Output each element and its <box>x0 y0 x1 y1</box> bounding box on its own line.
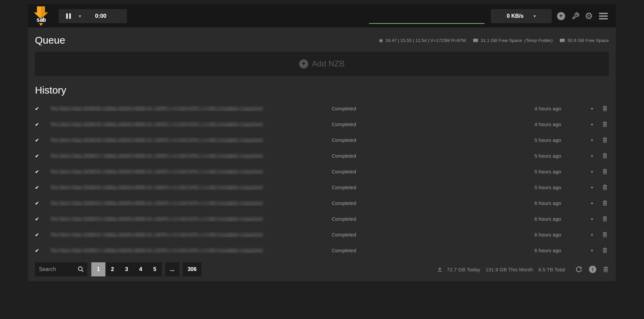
check-icon: ✔ <box>35 232 50 238</box>
history-item-name: The.Next.Step.S05E21.1080p.AMZN.WEB-DL.D… <box>50 248 332 253</box>
queue-stats: ◉ 16.47 | 15.55 | 12.54 | V=1723M R=97M … <box>379 38 609 43</box>
alert-icon[interactable]: ! <box>589 266 596 273</box>
check-icon: ✔ <box>35 106 50 112</box>
gear-icon[interactable]: ⚙ <box>585 11 593 20</box>
menu-icon[interactable] <box>599 13 608 19</box>
main-panel: Queue ◉ 16.47 | 15.55 | 12.54 | V=1723M … <box>28 28 616 281</box>
history-row[interactable]: ✔ The.Next.Step.S05E25.1080p.AMZN.WEB-DL… <box>28 179 616 195</box>
history-row[interactable]: ✔ The.Next.Step.S05E29.1080p.AMZN.WEB-DL… <box>28 116 616 132</box>
search-box[interactable] <box>35 262 87 276</box>
history-row[interactable]: ✔ The.Next.Step.S05E30.1080p.AMZN.WEB-DL… <box>28 101 616 116</box>
month-total: 131.9 GB This Month <box>486 267 533 272</box>
plus-circle-icon: + <box>299 59 308 68</box>
trash-icon[interactable] <box>601 247 609 254</box>
sab-logo-arrow-tip <box>39 23 43 26</box>
speed-caret-icon: ▾ <box>534 14 536 18</box>
age-label: 4 hours ago <box>514 106 561 111</box>
trash-icon[interactable] <box>601 200 609 206</box>
temp-folder-label: (Temp Folder) <box>524 38 553 43</box>
page-button[interactable]: 1 <box>91 262 105 276</box>
add-nzb-circle-icon[interactable]: + <box>557 12 565 20</box>
check-icon: ✔ <box>35 184 50 191</box>
check-icon: ✔ <box>35 248 50 254</box>
page-button[interactable]: 3 <box>120 262 134 276</box>
sabnzbd-logo[interactable]: sab <box>32 6 50 28</box>
trash-icon[interactable] <box>601 153 609 159</box>
wrench-icon[interactable] <box>572 12 580 20</box>
search-icon[interactable] <box>77 266 84 274</box>
trash-icon[interactable] <box>601 105 609 112</box>
history-row[interactable]: ✔ The.Next.Step.S05E23.1080p.AMZN.WEB-DL… <box>28 211 616 227</box>
check-icon: ✔ <box>35 153 50 159</box>
queue-header: Queue ◉ 16.47 | 15.55 | 12.54 | V=1723M … <box>28 28 616 48</box>
refresh-icon[interactable] <box>575 266 583 273</box>
row-expand-caret-icon[interactable]: ▾ <box>588 185 596 190</box>
history-item-name: The.Next.Step.S05E25.1080p.AMZN.WEB-DL.D… <box>50 184 332 190</box>
history-item-name: The.Next.Step.S05E30.1080p.AMZN.WEB-DL.D… <box>50 106 332 111</box>
page-button-last[interactable]: 306 <box>183 262 201 276</box>
trash-icon[interactable] <box>601 168 609 175</box>
history-title: History <box>35 85 609 96</box>
history-item-name: The.Next.Step.S05E24.1080p.AMZN.WEB-DL.D… <box>50 200 332 206</box>
history-row[interactable]: ✔ The.Next.Step.S05E28.1080p.AMZN.WEB-DL… <box>28 132 616 148</box>
history-item-name: The.Next.Step.S05E29.1080p.AMZN.WEB-DL.D… <box>50 121 332 127</box>
check-icon: ✔ <box>35 216 50 222</box>
status-label: Completed <box>332 153 514 159</box>
history-row[interactable]: ✔ The.Next.Step.S05E27.1080p.AMZN.WEB-DL… <box>28 148 616 164</box>
history-row[interactable]: ✔ The.Next.Step.S05E22.1080p.AMZN.WEB-DL… <box>28 227 616 243</box>
add-nzb-dropzone[interactable]: + Add NZB <box>35 52 609 76</box>
age-label: 6 hours ago <box>514 200 561 206</box>
row-expand-caret-icon[interactable]: ▾ <box>588 154 596 158</box>
history-row[interactable]: ✔ The.Next.Step.S05E26.1080p.AMZN.WEB-DL… <box>28 164 616 179</box>
row-expand-caret-icon[interactable]: ▾ <box>588 217 596 221</box>
disk-free-space-stat: 50.9 GB Free Space <box>559 38 609 43</box>
download-icon <box>437 266 443 272</box>
row-expand-caret-icon[interactable]: ▾ <box>588 122 596 127</box>
age-label: 6 hours ago <box>514 248 561 253</box>
row-expand-caret-icon[interactable]: ▾ <box>588 106 596 111</box>
trash-icon[interactable] <box>601 137 609 143</box>
age-label: 5 hours ago <box>514 184 561 190</box>
row-expand-caret-icon[interactable]: ▾ <box>588 138 596 143</box>
history-item-name: The.Next.Step.S05E27.1080p.AMZN.WEB-DL.D… <box>50 153 332 159</box>
history-item-name: The.Next.Step.S05E28.1080p.AMZN.WEB-DL.D… <box>50 137 332 143</box>
history-row[interactable]: ✔ The.Next.Step.S05E24.1080p.AMZN.WEB-DL… <box>28 195 616 211</box>
history-item-name: The.Next.Step.S05E26.1080p.AMZN.WEB-DL.D… <box>50 169 332 174</box>
row-expand-caret-icon[interactable]: ▾ <box>588 201 596 206</box>
status-label: Completed <box>332 121 514 127</box>
trash-icon[interactable] <box>601 216 609 222</box>
current-speed: 0 KB/s <box>507 13 523 19</box>
trash-icon[interactable] <box>601 121 609 127</box>
trash-icon[interactable] <box>601 231 609 238</box>
row-expand-caret-icon[interactable]: ▾ <box>588 248 596 253</box>
grand-total: 6.5 TB Total <box>539 267 565 272</box>
page-button[interactable]: 2 <box>105 262 120 276</box>
status-label: Completed <box>332 184 514 190</box>
page-button[interactable]: 4 <box>134 262 148 276</box>
row-expand-caret-icon[interactable]: ▾ <box>588 232 596 237</box>
pause-icon[interactable] <box>66 13 71 19</box>
trash-icon[interactable] <box>603 266 609 273</box>
trash-icon[interactable] <box>601 184 609 191</box>
page-ellipsis-button[interactable]: ... <box>165 262 179 276</box>
check-icon: ✔ <box>35 169 50 175</box>
age-label: 6 hours ago <box>514 216 561 222</box>
pagination: 1 2 3 4 5 ... 306 <box>91 262 201 276</box>
quota-icon: ◉ <box>379 38 383 43</box>
pause-timer: 0:00 <box>95 13 106 19</box>
pause-button-group[interactable]: ▾ 0:00 <box>59 9 127 23</box>
queue-title: Queue <box>35 35 65 46</box>
app-container: sab ▾ 0:00 0 KB/s ▾ + ⚙ Que <box>28 4 616 281</box>
speed-limit-dropdown[interactable]: 0 KB/s ▾ <box>491 9 552 23</box>
row-expand-caret-icon[interactable]: ▾ <box>588 169 596 174</box>
pause-caret-icon[interactable]: ▾ <box>79 14 81 18</box>
temp-free-value: 31.1 GB Free Space <box>481 38 522 43</box>
page-button[interactable]: 5 <box>148 262 162 276</box>
history-item-name: The.Next.Step.S05E23.1080p.AMZN.WEB-DL.D… <box>50 216 332 222</box>
temp-free-space-stat: 31.1 GB Free Space (Temp Folder) <box>473 38 553 43</box>
hdd-icon <box>473 38 478 43</box>
disk-free-value: 50.9 GB Free Space <box>567 38 609 43</box>
history-row[interactable]: ✔ The.Next.Step.S05E21.1080p.AMZN.WEB-DL… <box>28 243 616 258</box>
status-label: Completed <box>332 137 514 143</box>
age-label: 5 hours ago <box>514 153 561 159</box>
